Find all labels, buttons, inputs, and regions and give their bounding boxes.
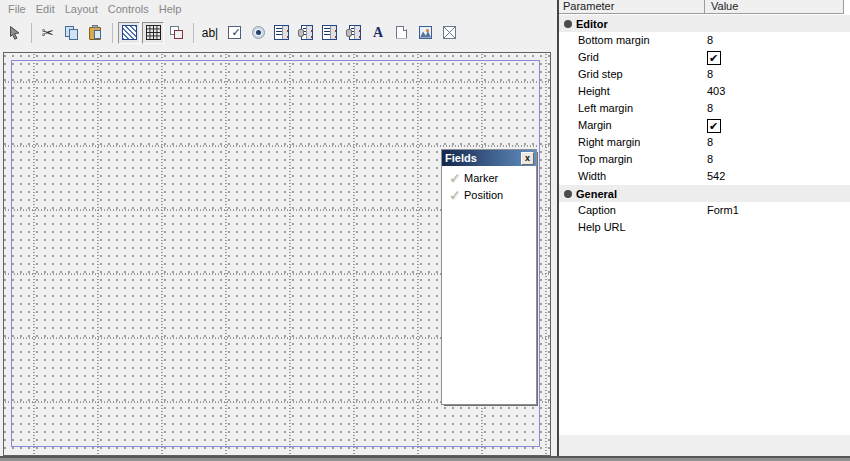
property-row-grid-step[interactable]: Grid step8 [559, 66, 850, 83]
param-value[interactable]: 8 [707, 100, 713, 117]
menu-item-help[interactable]: Help [159, 3, 182, 15]
edit-ab-button[interactable]: ab| [199, 22, 221, 44]
toolbar-separator [193, 23, 194, 43]
property-section-general[interactable]: General [559, 185, 850, 202]
field-label: Position [464, 189, 503, 201]
section-label: General [576, 188, 617, 200]
label-button[interactable]: A [367, 22, 389, 44]
margin-hatch-icon [122, 25, 137, 40]
property-panel: Parameter Value EditorBottom margin8Grid… [559, 0, 850, 461]
radio-button[interactable] [247, 22, 269, 44]
db-listbox-icon [298, 25, 314, 41]
param-name: Top margin [578, 151, 632, 168]
radio-icon [252, 26, 265, 39]
combobox-button[interactable] [319, 22, 341, 44]
property-row-left-margin[interactable]: Left margin8 [559, 100, 850, 117]
menu-item-edit[interactable]: Edit [36, 3, 55, 15]
menu-item-controls[interactable]: Controls [108, 3, 149, 15]
fields-list: MarkerPosition [442, 166, 536, 203]
property-row-help-url[interactable]: Help URL [559, 219, 850, 236]
param-name: Grid step [578, 66, 623, 83]
param-value[interactable] [707, 51, 721, 65]
checkbox-checked-icon[interactable] [707, 119, 721, 133]
db-combobox-button[interactable] [343, 22, 365, 44]
section-label: Editor [576, 18, 608, 30]
field-item-marker[interactable]: Marker [442, 169, 536, 186]
property-row-width[interactable]: Width542 [559, 168, 850, 185]
paste-button[interactable] [85, 22, 107, 44]
param-value[interactable]: 8 [707, 66, 713, 83]
param-value[interactable] [707, 119, 721, 133]
close-button[interactable]: x [521, 152, 534, 165]
param-name: Caption [578, 202, 616, 219]
param-name: Help URL [578, 219, 626, 236]
combobox-icon [322, 25, 338, 41]
param-value[interactable]: 8 [707, 134, 713, 151]
property-row-grid[interactable]: Grid [559, 49, 850, 66]
fields-palette-titlebar[interactable]: Fields x [442, 150, 536, 166]
toolbar-separator [31, 23, 32, 43]
order-overlap-button[interactable] [166, 22, 188, 44]
panel-icon [394, 25, 410, 41]
cut-button[interactable] [37, 22, 59, 44]
param-name: Left margin [578, 100, 633, 117]
paste-icon [88, 25, 104, 41]
db-listbox-button[interactable] [295, 22, 317, 44]
param-name: Bottom margin [578, 32, 650, 49]
param-value[interactable]: 403 [707, 83, 725, 100]
param-name: Margin [578, 117, 612, 134]
image-button[interactable] [415, 22, 437, 44]
param-name: Grid [578, 49, 599, 66]
icon-glyph: ab| [202, 25, 218, 41]
property-row-right-margin[interactable]: Right margin8 [559, 134, 850, 151]
fields-palette-window: Fields x MarkerPosition [441, 149, 537, 405]
edit-ab-icon: ab| [202, 25, 218, 41]
param-value[interactable]: 542 [707, 168, 725, 185]
margin-hatch-button[interactable] [118, 22, 140, 44]
field-label: Marker [464, 172, 498, 184]
bullet-icon [564, 190, 572, 198]
property-row-bottom-margin[interactable]: Bottom margin8 [559, 32, 850, 49]
icon-glyph: A [373, 25, 383, 41]
param-value[interactable]: Form1 [707, 202, 739, 219]
image-icon [418, 25, 434, 41]
prop-rows: EditorBottom margin8GridGrid step8Height… [559, 15, 850, 236]
window-bottom-edge [0, 456, 850, 461]
menu-item-file[interactable]: File [8, 3, 26, 15]
property-row-top-margin[interactable]: Top margin8 [559, 151, 850, 168]
menu-bar: FileEditLayoutControlsHelp [0, 0, 557, 18]
param-name: Right margin [578, 134, 640, 151]
toolbar: ab|A [0, 18, 557, 47]
pointer-button[interactable] [4, 22, 26, 44]
menu-item-layout[interactable]: Layout [65, 3, 98, 15]
frame-button[interactable] [439, 22, 461, 44]
param-value[interactable]: 8 [707, 32, 713, 49]
close-icon: x [525, 154, 530, 163]
column-divider[interactable] [704, 0, 705, 13]
checkbox-checked-icon[interactable] [707, 51, 721, 65]
grid-button[interactable] [142, 22, 164, 44]
listbox-button[interactable] [271, 22, 293, 44]
db-combobox-icon [346, 25, 362, 41]
property-grid-header: Parameter Value [559, 0, 844, 14]
field-item-position[interactable]: Position [442, 186, 536, 203]
grid-icon [146, 25, 161, 40]
pointer-icon [7, 25, 23, 41]
property-row-height[interactable]: Height403 [559, 83, 850, 100]
cut-icon [40, 25, 56, 41]
param-name: Width [578, 168, 606, 185]
order-overlap-icon [169, 25, 185, 41]
frame-icon [442, 25, 458, 41]
check-icon [449, 187, 464, 203]
property-row-margin[interactable]: Margin [559, 117, 850, 134]
toolbar-separator [112, 23, 113, 43]
param-value[interactable]: 8 [707, 151, 713, 168]
checkbox-button[interactable] [223, 22, 245, 44]
panel-button[interactable] [391, 22, 413, 44]
property-section-editor[interactable]: Editor [559, 15, 850, 32]
bullet-icon [564, 20, 572, 28]
label-icon: A [370, 25, 386, 41]
copy-button[interactable] [61, 22, 83, 44]
column-header-value: Value [711, 0, 738, 13]
property-row-caption[interactable]: CaptionForm1 [559, 202, 850, 219]
